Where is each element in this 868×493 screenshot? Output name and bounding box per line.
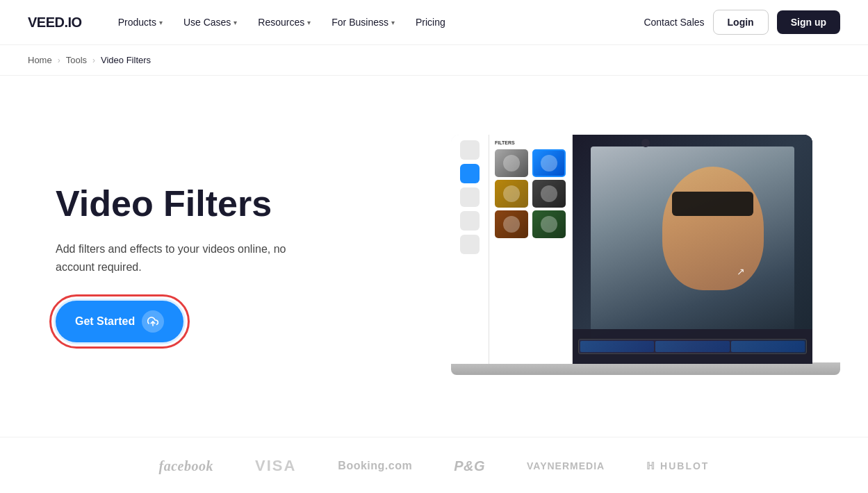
timeline-strip xyxy=(578,339,807,354)
laptop-screen: Filters xyxy=(451,135,812,364)
chevron-down-icon: ▾ xyxy=(234,19,237,26)
hero-subtitle: Add filters and effects to your videos o… xyxy=(56,240,292,276)
laptop-notch xyxy=(641,139,650,147)
chevron-down-icon: ▾ xyxy=(159,19,163,26)
timeline-clip xyxy=(580,341,654,352)
logo[interactable]: VEED.IO xyxy=(28,15,82,31)
video-person xyxy=(591,147,794,353)
brand-pg: P&G xyxy=(454,458,485,474)
nav-links: Products ▾ Use Cases ▾ Resources ▾ For B… xyxy=(110,11,644,33)
navbar: VEED.IO Products ▾ Use Cases ▾ Resources… xyxy=(0,0,868,45)
hero-left: Video Filters Add filters and effects to… xyxy=(56,184,347,342)
signup-button[interactable]: Sign up xyxy=(777,10,840,34)
filter-thumb[interactable] xyxy=(532,210,566,238)
brand-vaynermedia: VAYNERMEDIA xyxy=(527,460,605,471)
editor-mockup: Filters xyxy=(451,135,812,364)
timeline-clip xyxy=(731,341,805,352)
get-started-button[interactable]: Get Started xyxy=(56,301,183,342)
nav-resources[interactable]: Resources ▾ xyxy=(249,11,319,33)
nav-pricing[interactable]: Pricing xyxy=(407,11,454,33)
filter-thumb[interactable] xyxy=(532,180,566,208)
hero-title: Video Filters xyxy=(56,184,347,224)
filter-thumb[interactable] xyxy=(495,149,528,177)
panel-title: Filters xyxy=(495,140,566,145)
hero-section: Video Filters Add filters and effects to… xyxy=(0,76,868,437)
sidebar-icon xyxy=(460,140,480,160)
brand-booking: Booking.com xyxy=(338,460,412,472)
breadcrumb: Home › Tools › Video Filters xyxy=(0,45,868,76)
breadcrumb-separator: › xyxy=(92,56,95,65)
sidebar-icon xyxy=(460,211,480,231)
login-button[interactable]: Login xyxy=(713,10,769,35)
filter-thumb[interactable] xyxy=(495,180,528,208)
filter-thumb[interactable] xyxy=(495,210,528,238)
breadcrumb-tools[interactable]: Tools xyxy=(66,55,87,65)
editor-main: video_filters_demo.mp4 ↗ xyxy=(573,135,812,364)
sunglasses xyxy=(672,192,753,217)
contact-sales-link[interactable]: Contact Sales xyxy=(644,17,704,28)
timeline-clip xyxy=(655,341,729,352)
sidebar-icon xyxy=(460,235,480,254)
chevron-down-icon: ▾ xyxy=(307,19,311,26)
brand-facebook: facebook xyxy=(159,458,213,474)
brand-hublot: ℍ HUBLOT xyxy=(646,460,709,471)
breadcrumb-current: Video Filters xyxy=(101,55,151,65)
laptop-base xyxy=(451,362,840,375)
brand-visa: VISA xyxy=(255,457,296,475)
chevron-down-icon: ▾ xyxy=(391,19,395,26)
hero-right: Filters xyxy=(347,135,840,392)
sidebar-icon-active xyxy=(460,164,480,183)
nav-for-business[interactable]: For Business ▾ xyxy=(323,11,403,33)
timeline-bar xyxy=(573,329,812,364)
breadcrumb-separator: › xyxy=(58,56,60,65)
person-face xyxy=(662,167,764,290)
sidebar-icon xyxy=(460,187,480,207)
cursor-icon: ↗ xyxy=(737,266,745,277)
filters-panel: Filters xyxy=(489,135,573,364)
nav-products[interactable]: Products ▾ xyxy=(110,11,171,33)
breadcrumb-home[interactable]: Home xyxy=(28,55,52,65)
filter-thumb-selected[interactable] xyxy=(532,149,566,177)
brands-bar: facebook VISA Booking.com P&G VAYNERMEDI… xyxy=(0,437,868,493)
nav-actions: Contact Sales Login Sign up xyxy=(644,10,840,35)
upload-icon xyxy=(142,310,164,333)
get-started-label: Get Started xyxy=(75,315,135,328)
filter-grid xyxy=(495,149,566,238)
nav-use-cases[interactable]: Use Cases ▾ xyxy=(175,11,245,33)
editor-sidebar xyxy=(451,135,489,364)
laptop-mockup: Filters xyxy=(451,135,840,392)
